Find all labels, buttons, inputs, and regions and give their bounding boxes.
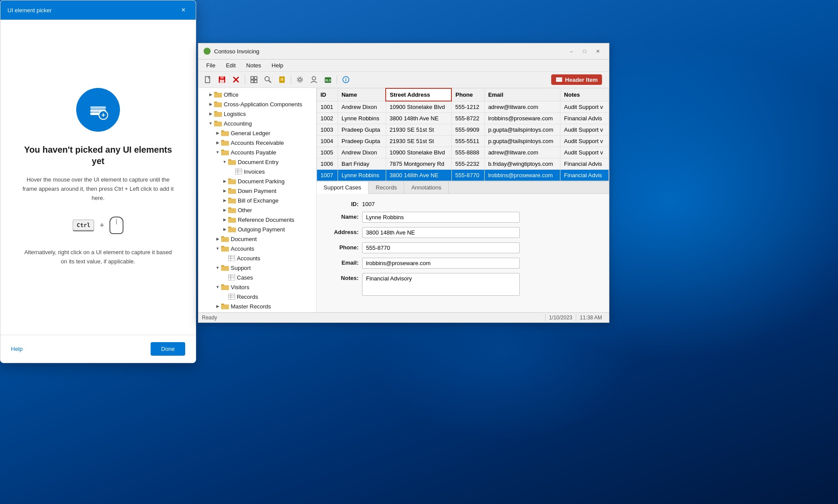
toolbar-info-button[interactable]: i xyxy=(340,74,352,86)
svg-rect-18 xyxy=(279,77,285,83)
folder-icon-masterrecords xyxy=(221,303,229,309)
tree-item-cross[interactable]: ▶ Cross-Application Components xyxy=(198,99,316,109)
toolbar-document-button[interactable] xyxy=(276,74,288,86)
table-icon-invoices xyxy=(235,168,242,175)
svg-rect-37 xyxy=(214,111,217,112)
tree-item-billofexchange[interactable]: ▶ Bill of Exchange xyxy=(198,196,316,205)
tree-item-office[interactable]: ▶ Office xyxy=(198,90,316,99)
email-input[interactable] xyxy=(362,258,520,269)
table-row[interactable]: 1002Lynne Robbins3800 148th Ave NE555-87… xyxy=(317,113,609,124)
toolbar-new-button[interactable] xyxy=(202,74,214,86)
tree-item-accounts-table[interactable]: Accounts xyxy=(198,253,316,263)
tree-label-other: Other xyxy=(238,207,252,214)
tree-item-records[interactable]: Records xyxy=(198,292,316,301)
cell-notes: Audit Support v xyxy=(560,136,609,147)
expand-icon-visitors: ▼ xyxy=(214,284,221,290)
app-menubar: File Edit Notes Help xyxy=(198,60,609,72)
tree-item-accounts-folder[interactable]: ▼ Accounts xyxy=(198,244,316,253)
tree-item-accounting[interactable]: ▼ Accounting xyxy=(198,119,316,128)
data-grid[interactable]: ID Name Street Address Phone Email Notes… xyxy=(317,88,609,181)
spacer-records xyxy=(221,293,228,300)
tree-item-gl[interactable]: ▶ General Ledger xyxy=(198,128,316,138)
toolbar-save-button[interactable] xyxy=(216,74,228,86)
phone-input[interactable] xyxy=(362,242,520,253)
tree-item-support[interactable]: ▼ Support xyxy=(198,263,316,273)
cell-address: 7875 Montgomery Rd xyxy=(386,158,451,170)
table-icon-records xyxy=(228,294,235,300)
cell-phone: 555-9909 xyxy=(451,124,484,136)
picker-close-button[interactable]: × xyxy=(178,5,189,15)
tab-annotations[interactable]: Annotations xyxy=(404,182,449,193)
tree-item-visitors[interactable]: ▼ Visitors xyxy=(198,282,316,292)
table-row[interactable]: 1006Bart Friday7875 Montgomery Rd555-223… xyxy=(317,158,609,170)
svg-rect-13 xyxy=(254,77,257,79)
name-input[interactable] xyxy=(362,212,520,223)
user-icon xyxy=(310,76,318,84)
picker-content: + You haven't picked any UI elements yet… xyxy=(0,20,196,335)
svg-rect-84 xyxy=(221,304,229,309)
svg-rect-36 xyxy=(214,112,222,117)
tree-item-refdocs[interactable]: ▶ Reference Documents xyxy=(198,215,316,224)
close-button[interactable]: ✕ xyxy=(592,47,604,56)
tree-panel[interactable]: ▶ Office ▶ Cross-Application Components xyxy=(198,88,317,312)
toolbar-user-button[interactable] xyxy=(308,74,320,86)
cell-email: p.gupta@tailspintoys.com xyxy=(484,124,560,136)
tree-item-invoices[interactable]: Invoices xyxy=(198,167,316,176)
tree-item-cases[interactable]: Cases xyxy=(198,273,316,282)
header-item-icon xyxy=(556,76,563,83)
tree-item-outgoing[interactable]: ▶ Outgoing Payment xyxy=(198,224,316,234)
svg-rect-54 xyxy=(228,189,236,194)
notes-textarea[interactable] xyxy=(362,273,520,296)
table-row[interactable]: 1004Pradeep Gupta21930 SE 51st St555-551… xyxy=(317,136,609,147)
picker-help-link[interactable]: Help xyxy=(11,346,23,352)
svg-rect-12 xyxy=(251,77,254,79)
spacer-cases xyxy=(221,274,228,281)
svg-rect-72 xyxy=(221,266,229,271)
svg-point-22 xyxy=(297,77,303,82)
tree-item-docentry[interactable]: ▼ Document Entry xyxy=(198,157,316,167)
bottom-panel: Support Cases Records Annotations ID: 10… xyxy=(317,181,609,312)
tree-item-document[interactable]: ▶ Document xyxy=(198,234,316,244)
status-text: Ready xyxy=(202,315,217,321)
toolbar-delete-button[interactable] xyxy=(230,74,242,86)
id-value: 1007 xyxy=(362,199,602,207)
delete-icon xyxy=(232,76,240,84)
toolbar-grid-button[interactable] xyxy=(248,74,260,86)
table-row[interactable]: 1001Andrew Dixon10900 Stonelake Blvd555-… xyxy=(317,101,609,113)
folder-icon-accounts xyxy=(221,245,229,252)
menu-file[interactable]: File xyxy=(202,60,220,70)
svg-rect-63 xyxy=(228,227,231,228)
tree-item-masterrecords[interactable]: ▶ Master Records xyxy=(198,301,316,311)
menu-notes[interactable]: Notes xyxy=(242,60,265,70)
tree-item-ap[interactable]: ▼ Accounts Payable xyxy=(198,147,316,157)
svg-rect-65 xyxy=(221,236,224,238)
address-input[interactable] xyxy=(362,227,520,238)
toolbar-search-button[interactable] xyxy=(262,74,274,86)
table-row[interactable]: 1007Lynne Robbins3800 148th Ave NE555-87… xyxy=(317,170,609,181)
toolbar-export-button[interactable]: XLS xyxy=(322,74,334,86)
svg-rect-45 xyxy=(221,150,224,151)
table-row[interactable]: 1003Pradeep Gupta21930 SE 51st St555-990… xyxy=(317,124,609,136)
info-icon: i xyxy=(342,76,350,84)
svg-rect-56 xyxy=(228,199,236,203)
minimize-button[interactable]: – xyxy=(565,47,577,56)
tree-item-downpayment[interactable]: ▶ Down Payment xyxy=(198,186,316,196)
menu-help[interactable]: Help xyxy=(267,60,288,70)
table-row[interactable]: 1005Andrew Dixon10900 Stonelake Blvd555-… xyxy=(317,147,609,158)
tab-support-cases[interactable]: Support Cases xyxy=(317,182,369,194)
expand-icon-cross: ▶ xyxy=(207,101,214,108)
tree-label-docparking: Document Parking xyxy=(238,178,285,185)
expand-icon-ar: ▶ xyxy=(214,139,221,146)
cell-notes: Financial Advis xyxy=(560,158,609,170)
picker-done-button[interactable]: Done xyxy=(151,342,185,356)
tree-item-ar[interactable]: ▶ Accounts Receivable xyxy=(198,138,316,147)
tree-item-docparking[interactable]: ▶ Document Parking xyxy=(198,176,316,186)
tree-item-logistics[interactable]: ▶ Logistics xyxy=(198,109,316,119)
grid-icon xyxy=(250,76,258,84)
maximize-button[interactable]: □ xyxy=(578,47,591,56)
tree-item-other[interactable]: ▶ Other xyxy=(198,205,316,215)
menu-edit[interactable]: Edit xyxy=(222,60,240,70)
cell-phone: 555-2232 xyxy=(451,158,484,170)
tab-records[interactable]: Records xyxy=(369,182,404,193)
toolbar-settings-button[interactable] xyxy=(294,74,306,86)
